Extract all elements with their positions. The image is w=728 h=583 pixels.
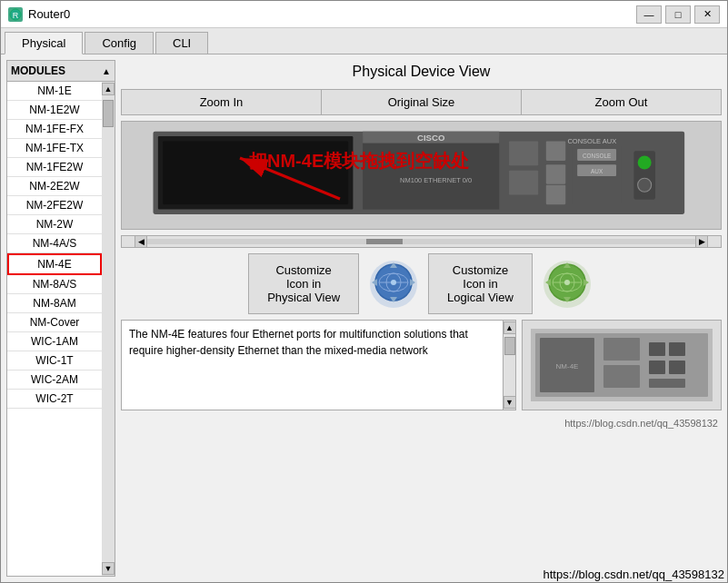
- svg-rect-6: [509, 141, 538, 165]
- desc-scroll-down[interactable]: ▼: [504, 396, 516, 409]
- device-view: CONSOLE AUX CISCO NM100 ETHERNET 0/0 CON…: [121, 121, 722, 230]
- preview-panel: NM-4E https://blog.csdn.net/qq_43598132: [522, 320, 722, 410]
- list-item[interactable]: NM-8AM: [7, 294, 102, 313]
- svg-text:CONSOLE: CONSOLE: [583, 153, 611, 159]
- svg-text:R: R: [13, 11, 19, 20]
- description-text: The NM-4E features four Ethernet ports f…: [122, 321, 503, 410]
- svg-text:CISCO: CISCO: [417, 133, 445, 143]
- svg-rect-52: [649, 379, 685, 388]
- zoom-out-button[interactable]: Zoom Out: [522, 90, 721, 114]
- modules-panel: MODULES ▲ NM-1E NM-1E2W NM-1FE-FX NM-1FE…: [6, 60, 115, 577]
- router-icon-logical: [540, 257, 594, 311]
- router-icon-physical-svg: [368, 259, 419, 310]
- list-item[interactable]: WIC-1T: [7, 351, 102, 371]
- scroll-down-arrow[interactable]: ▼: [102, 562, 115, 575]
- window-title: Router0: [28, 7, 636, 21]
- customize-physical-button[interactable]: CustomizeIcon inPhysical View: [248, 253, 359, 314]
- list-item[interactable]: WIC-2T: [7, 390, 102, 409]
- restore-button[interactable]: □: [665, 5, 691, 24]
- modules-scroll-up-icon[interactable]: ▲: [102, 66, 111, 76]
- customize-logical-button[interactable]: CustomizeIcon inLogical View: [428, 253, 533, 314]
- svg-rect-5: [363, 136, 499, 209]
- close-button[interactable]: ✕: [694, 5, 720, 24]
- svg-rect-17: [638, 156, 652, 170]
- selected-module-item[interactable]: NM-4E: [7, 253, 102, 275]
- title-bar: R Router0 — □ ✕: [1, 1, 727, 28]
- svg-rect-4: [163, 141, 348, 204]
- list-item[interactable]: NM-Cover: [7, 313, 102, 332]
- svg-rect-7: [509, 171, 538, 195]
- list-item[interactable]: WIC-1AM: [7, 332, 102, 351]
- list-item[interactable]: NM-1E2W: [7, 101, 102, 120]
- tab-config[interactable]: Config: [85, 32, 154, 54]
- h-scroll-left-arrow[interactable]: ◀: [135, 235, 147, 248]
- svg-rect-49: [669, 342, 685, 356]
- svg-rect-8: [546, 141, 565, 160]
- list-item[interactable]: NM-1E: [7, 82, 102, 101]
- tab-bar: Physical Config CLI: [1, 28, 727, 54]
- description-scrollbar: ▲ ▼: [503, 321, 515, 410]
- tab-physical[interactable]: Physical: [5, 32, 83, 54]
- svg-rect-9: [546, 164, 565, 183]
- h-scroll-right-arrow[interactable]: ▶: [695, 235, 708, 248]
- zoom-in-button[interactable]: Zoom In: [122, 90, 322, 114]
- svg-text:NM100 ETHERNET 0/0: NM100 ETHERNET 0/0: [400, 176, 472, 184]
- module-preview-svg: NM-4E: [531, 329, 713, 401]
- svg-rect-46: [603, 338, 640, 361]
- svg-rect-51: [669, 361, 685, 374]
- main-content: MODULES ▲ NM-1E NM-1E2W NM-1FE-FX NM-1FE…: [1, 54, 727, 582]
- h-scroll-thumb[interactable]: [366, 239, 403, 244]
- window-controls: — □ ✕: [636, 5, 720, 24]
- minimize-button[interactable]: —: [636, 5, 662, 24]
- desc-scroll-thumb[interactable]: [504, 337, 515, 355]
- desc-scroll-up[interactable]: ▲: [504, 321, 516, 334]
- list-item[interactable]: NM-2W: [7, 215, 102, 234]
- list-item[interactable]: NM-2E2W: [7, 177, 102, 196]
- modules-wrapper: NM-1E NM-1E2W NM-1FE-FX NM-1FE-TX NM-1FE…: [7, 82, 115, 576]
- modules-header: MODULES ▲: [7, 61, 115, 82]
- scroll-thumb[interactable]: [103, 100, 114, 127]
- svg-point-29: [391, 280, 396, 285]
- list-item[interactable]: WIC-2AM: [7, 371, 102, 390]
- tab-cli[interactable]: CLI: [155, 32, 208, 54]
- svg-rect-50: [649, 361, 665, 374]
- list-item[interactable]: NM-2FE2W: [7, 196, 102, 215]
- list-item[interactable]: NM-1FE-TX: [7, 139, 102, 158]
- router-window: R Router0 — □ ✕ Physical Config CLI MODU…: [0, 0, 728, 583]
- svg-rect-48: [649, 342, 665, 356]
- modules-list: NM-1E NM-1E2W NM-1FE-FX NM-1FE-TX NM-1FE…: [7, 82, 102, 576]
- list-item[interactable]: NM-1FE-FX: [7, 120, 102, 139]
- app-icon: R: [8, 7, 23, 22]
- list-item[interactable]: NM-4A/S: [7, 234, 102, 253]
- modules-label: MODULES: [11, 64, 65, 77]
- scroll-up-arrow[interactable]: ▲: [102, 83, 115, 95]
- router-icon-logical-svg: [542, 259, 593, 310]
- physical-view-title: Physical Device View: [121, 60, 722, 84]
- svg-rect-47: [603, 365, 640, 388]
- router-icon-physical: [366, 257, 421, 311]
- bottom-row: The NM-4E features four Ethernet ports f…: [121, 320, 722, 410]
- h-scrollbar[interactable]: ◀ ▶: [121, 235, 722, 248]
- modules-scrollbar: ▲ ▼: [102, 82, 115, 576]
- bottom-buttons: CustomizeIcon inPhysical View: [121, 253, 722, 314]
- list-item[interactable]: NM-8A/S: [7, 275, 102, 294]
- svg-rect-10: [546, 185, 565, 204]
- watermark-text: https://blog.csdn.net/qq_43598132: [121, 416, 722, 430]
- zoom-controls: Zoom In Original Size Zoom Out: [121, 89, 722, 115]
- svg-text:NM-4E: NM-4E: [556, 362, 579, 371]
- h-scroll-track: [147, 239, 695, 244]
- list-item[interactable]: NM-1FE2W: [7, 158, 102, 177]
- original-size-button[interactable]: Original Size: [322, 90, 522, 114]
- svg-point-38: [564, 280, 570, 285]
- right-panel: Physical Device View Zoom In Original Si…: [121, 60, 722, 577]
- description-panel: The NM-4E features four Ethernet ports f…: [121, 320, 516, 410]
- router-svg: CONSOLE AUX CISCO NM100 ETHERNET 0/0 CON…: [122, 122, 721, 229]
- svg-text:CONSOLE AUX: CONSOLE AUX: [567, 137, 616, 145]
- svg-text:AUX: AUX: [591, 168, 603, 174]
- svg-point-18: [638, 178, 652, 192]
